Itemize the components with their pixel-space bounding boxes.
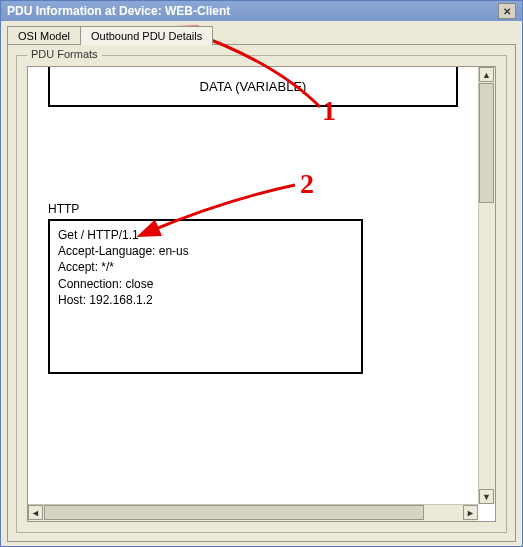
pdu-content: DATA (VARIABLE) HTTP Get / HTTP/1.1 Acce… xyxy=(28,67,478,504)
scroll-up-icon[interactable]: ▲ xyxy=(479,67,494,82)
pdu-scroll-area: DATA (VARIABLE) HTTP Get / HTTP/1.1 Acce… xyxy=(27,66,496,522)
http-line: Accept: */* xyxy=(58,259,353,275)
title-bar: PDU Information at Device: WEB-Client ✕ xyxy=(1,1,522,21)
http-line: Accept-Language: en-us xyxy=(58,243,353,259)
tab-panel: PDU Formats DATA (VARIABLE) HTTP Get / H… xyxy=(7,44,516,542)
http-line: Get / HTTP/1.1 xyxy=(58,227,353,243)
http-line: Connection: close xyxy=(58,276,353,292)
pdu-formats-fieldset: PDU Formats DATA (VARIABLE) HTTP Get / H… xyxy=(16,55,507,533)
http-box: Get / HTTP/1.1 Accept-Language: en-us Ac… xyxy=(48,219,363,374)
http-label: HTTP xyxy=(48,202,458,216)
tab-outbound-pdu-details[interactable]: Outbound PDU Details xyxy=(80,26,213,45)
tab-osi-model[interactable]: OSI Model xyxy=(7,26,81,45)
data-variable-box: DATA (VARIABLE) xyxy=(48,67,458,107)
http-section: HTTP Get / HTTP/1.1 Accept-Language: en-… xyxy=(48,202,458,374)
scroll-left-icon[interactable]: ◄ xyxy=(28,505,43,520)
window-title: PDU Information at Device: WEB-Client xyxy=(7,4,230,18)
pdu-info-window: PDU Information at Device: WEB-Client ✕ … xyxy=(0,0,523,547)
scroll-thumb-vertical[interactable] xyxy=(479,83,494,203)
scroll-thumb-horizontal[interactable] xyxy=(44,505,424,520)
horizontal-scrollbar[interactable]: ◄ ► xyxy=(28,504,478,521)
data-variable-label: DATA (VARIABLE) xyxy=(200,79,307,94)
close-icon[interactable]: ✕ xyxy=(498,3,516,19)
fieldset-legend: PDU Formats xyxy=(27,48,102,60)
scroll-down-icon[interactable]: ▼ xyxy=(479,489,494,504)
tab-strip: OSI Model Outbound PDU Details xyxy=(7,25,522,44)
vertical-scrollbar[interactable]: ▲ ▼ xyxy=(478,67,495,504)
http-line: Host: 192.168.1.2 xyxy=(58,292,353,308)
scroll-right-icon[interactable]: ► xyxy=(463,505,478,520)
